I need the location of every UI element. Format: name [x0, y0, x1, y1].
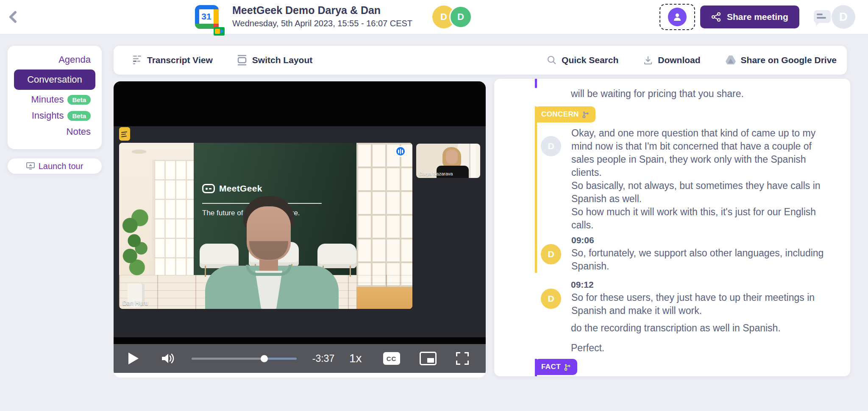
main-speaker-video: MeetGeek The future of meetings is here.… — [119, 143, 412, 309]
speaker-name-tag: Dan Huru — [122, 300, 148, 306]
progress-buffer — [264, 358, 297, 360]
participant-avatar: D — [449, 6, 472, 28]
speaker-avatar: D — [541, 136, 561, 156]
video-controls: -3:37 1x CC — [114, 344, 486, 373]
progress-bar[interactable] — [192, 358, 297, 360]
back-button[interactable] — [6, 9, 21, 25]
sidebar-item-agenda[interactable]: Agenda — [8, 52, 102, 68]
switch-layout-button[interactable]: Switch Layout — [236, 55, 312, 66]
share-google-drive-button[interactable]: Share on Google Drive — [725, 55, 837, 65]
sidebar-item-insights[interactable]: Insights Beta — [8, 108, 102, 124]
previous-tag-highlight — [535, 79, 537, 88]
transcript-text: So basically, not always, but sometimes … — [571, 179, 821, 206]
playback-speed-button[interactable]: 1x — [349, 352, 362, 365]
participant-avatars: D D — [432, 6, 472, 28]
video-letterbox-bottom — [114, 337, 486, 344]
progress-handle[interactable] — [261, 355, 268, 362]
meeting-title: MeetGeek Demo Darya & Dan — [232, 4, 381, 17]
remaining-time: -3:37 — [307, 353, 340, 364]
share-meeting-label: Share meeting — [727, 12, 788, 22]
volume-button[interactable] — [159, 351, 176, 366]
sidebar-item-minutes[interactable]: Minutes Beta — [8, 92, 102, 108]
progress-played — [192, 358, 264, 360]
timestamp[interactable]: 09:12 — [571, 278, 833, 291]
google-meet-icon — [214, 27, 225, 36]
transcript-message: D So for these users, they just have to … — [535, 291, 833, 317]
branch-icon — [582, 111, 589, 118]
plant — [120, 206, 154, 309]
launch-tour-button[interactable]: Launch tour — [8, 158, 102, 174]
branch-icon — [564, 364, 571, 371]
transcript-text: Okay, and one more question that kind of… — [571, 127, 821, 179]
timestamp[interactable]: 09:06 — [571, 233, 833, 247]
present-screen-icon — [26, 162, 35, 170]
app-header: 31 MeetGeek Demo Darya & Dan Wednesday, … — [0, 0, 868, 34]
transcript-view-button[interactable]: Transcript View — [132, 55, 213, 66]
google-calendar-icon: 31 — [195, 5, 219, 29]
transcript-line: Perfect. — [571, 342, 833, 355]
search-icon — [547, 55, 557, 65]
meeting-video-frame: MeetGeek The future of meetings is here.… — [114, 126, 486, 337]
meetgeek-logo: MeetGeek — [202, 183, 262, 194]
fact-tag[interactable]: FACT — [535, 359, 577, 375]
play-button[interactable] — [126, 351, 141, 366]
transcript-line: do the recording transcription as well i… — [571, 322, 833, 335]
transcript-line: will be waiting for pricing that you sha… — [571, 87, 833, 100]
transcript-text: So, fortunately, we support also other l… — [571, 247, 823, 273]
launch-tour-label: Launch tour — [39, 161, 83, 171]
sticky-note-icon[interactable] — [119, 127, 130, 141]
download-icon — [643, 55, 653, 65]
transcript-text: So how much it will work with this, it's… — [571, 206, 821, 232]
user-avatar[interactable]: D — [832, 5, 855, 29]
picture-in-picture-button[interactable] — [420, 352, 437, 365]
pip-participant-video: Darya Nazarava — [416, 144, 480, 178]
share-nodes-icon — [711, 12, 721, 22]
invite-participant-button[interactable] — [659, 4, 695, 30]
transcript-icon — [132, 55, 142, 66]
beta-badge: Beta — [67, 95, 91, 105]
fullscreen-button[interactable] — [456, 352, 469, 365]
concern-tag[interactable]: CONCERN — [535, 106, 595, 122]
speaker-avatar: D — [541, 289, 561, 309]
video-letterbox-top — [114, 81, 486, 126]
transcript-message: D Okay, and one more question that kind … — [537, 127, 833, 232]
sidebar-item-conversation[interactable]: Conversation — [14, 69, 95, 90]
calendar-day: 31 — [199, 9, 214, 24]
transcript-text: So for these users, they just have to up… — [571, 291, 815, 317]
meetgeek-logo-icon — [202, 184, 215, 193]
captions-button[interactable]: CC — [383, 352, 400, 365]
google-drive-icon — [725, 55, 736, 65]
transcript-message: D So, fortunately, we support also other… — [537, 247, 833, 273]
pip-name-tag: Darya Nazarava — [419, 171, 453, 176]
download-button[interactable]: Download — [643, 55, 700, 65]
layout-icon — [236, 55, 248, 66]
meeting-datetime: Wednesday, 5th April 2023, 15:55 - 16:07… — [232, 19, 412, 28]
video-player[interactable]: MeetGeek The future of meetings is here.… — [114, 81, 486, 378]
speaker-person — [205, 194, 339, 309]
transcript-panel[interactable]: will be waiting for pricing that you sha… — [494, 79, 850, 376]
fact-highlight-group: FACT D 09:1 — [535, 359, 833, 376]
person-icon — [668, 8, 687, 26]
sidebar-item-notes[interactable]: Notes — [8, 124, 102, 140]
concern-highlight-group: CONCERN D Okay, and one more question th… — [535, 106, 833, 273]
beta-badge: Beta — [67, 111, 91, 121]
toolbar: Transcript View Switch Layout Quick Sear… — [114, 46, 847, 75]
share-meeting-button[interactable]: Share meeting — [700, 6, 799, 28]
chat-icon[interactable] — [814, 10, 831, 25]
speaker-avatar: D — [541, 244, 561, 264]
sidebar: Agenda Conversation Minutes Beta Insight… — [8, 46, 102, 149]
audio-indicator-icon — [395, 146, 406, 157]
quick-search-button[interactable]: Quick Search — [547, 55, 618, 65]
